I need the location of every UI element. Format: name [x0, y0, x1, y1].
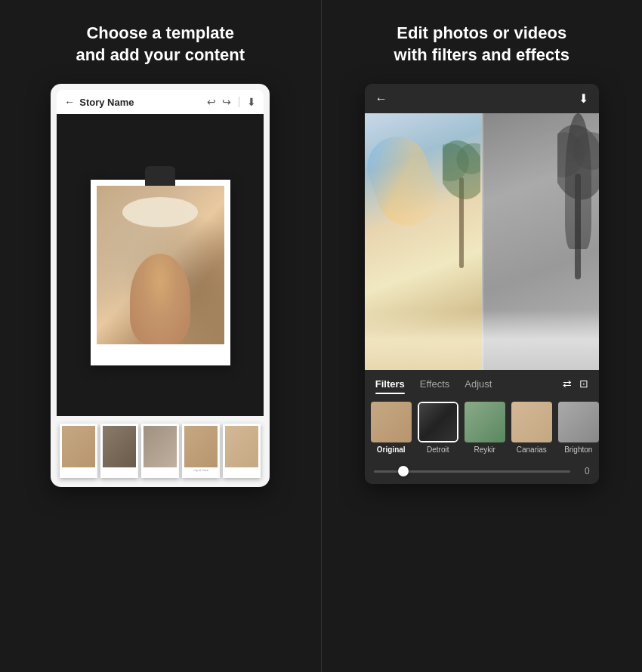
palm-tree-right-icon — [557, 113, 599, 279]
thumbnail-row: my st. fave — [57, 421, 264, 481]
tab-effects[interactable]: Effects — [420, 378, 450, 394]
filter-item-original[interactable]: Original — [371, 402, 412, 454]
header-divider — [239, 97, 239, 107]
left-panel: Choose a template and add your content ←… — [0, 0, 321, 672]
filter-reykir-image — [465, 402, 505, 442]
tab-icon-group: ⇄ ⊡ — [563, 378, 588, 394]
editor-download-icon[interactable]: ⬇ — [579, 91, 588, 106]
thumbnail-2[interactable] — [100, 424, 138, 478]
editor-image-left — [365, 113, 482, 370]
filter-thumb-detroit — [418, 402, 458, 442]
filter-row: Original Detroit Reykir Ca — [365, 394, 599, 461]
slider-thumb[interactable] — [398, 466, 409, 476]
phone-canvas — [57, 114, 264, 416]
filter-item-reykir[interactable]: Reykir — [465, 402, 505, 454]
thumbnail-5[interactable] — [223, 424, 261, 478]
filter-thumb-original — [371, 402, 412, 442]
slider-value: 0 — [578, 466, 590, 476]
thumbnail-4[interactable]: my st. fave — [182, 424, 220, 478]
editor-tabs: Filters Effects Adjust ⇄ ⊡ — [365, 370, 599, 394]
filter-item-canarias[interactable]: Canarias — [511, 402, 552, 454]
phone-header: ← Story Name ↩ ↪ ⬇ — [57, 90, 264, 114]
filter-label-detroit: Detroit — [427, 445, 449, 454]
thumb-text-4: my st. fave — [184, 467, 218, 472]
filter-thumb-reykir — [465, 402, 505, 442]
thumb-img-2 — [103, 426, 136, 467]
phone-actions: ↩ ↪ ⬇ — [207, 96, 256, 108]
hat-shape — [122, 197, 198, 227]
filter-original-image — [371, 402, 412, 442]
filter-thumb-brighton — [558, 402, 599, 442]
thumbnail-1[interactable] — [60, 424, 97, 478]
right-panel: Edit photos or videos with filters and e… — [322, 0, 643, 672]
editor-back-icon[interactable]: ← — [375, 92, 387, 106]
swap-icon[interactable]: ⇄ — [563, 378, 572, 390]
palm-tree-left-icon — [443, 117, 480, 268]
slider-track[interactable] — [374, 470, 570, 473]
editor-image-right — [482, 113, 599, 370]
undo-icon[interactable]: ↩ — [207, 96, 216, 108]
polaroid-main — [91, 180, 230, 365]
editor-header: ← ⬇ — [365, 84, 599, 113]
filter-label-reykir: Reykir — [474, 445, 495, 454]
download-icon[interactable]: ⬇ — [247, 96, 256, 108]
filter-label-original: Original — [377, 445, 406, 454]
filter-item-detroit[interactable]: Detroit — [418, 402, 458, 454]
left-panel-title: Choose a template and add your content — [76, 23, 245, 66]
phone-mockup: ← Story Name ↩ ↪ ⬇ — [51, 84, 270, 487]
filter-brighton-image — [558, 402, 599, 442]
thumb-img-1 — [62, 426, 95, 467]
filter-thumb-canarias — [511, 402, 552, 442]
crop-icon[interactable]: ⊡ — [579, 378, 588, 390]
polaroid-main-image — [97, 186, 224, 344]
filter-detroit-image — [419, 403, 457, 441]
filter-label-canarias: Canarias — [517, 445, 547, 454]
filter-item-brighton[interactable]: Brighton — [558, 402, 599, 454]
editor-mockup: ← ⬇ — [365, 84, 599, 484]
tab-filters[interactable]: Filters — [375, 378, 405, 394]
phone-story-name: Story Name — [79, 97, 207, 108]
phone-back-icon[interactable]: ← — [64, 96, 75, 108]
filter-canarias-image — [511, 402, 552, 442]
thumb-img-4 — [184, 426, 218, 467]
thumb-img-3 — [144, 426, 177, 467]
thumb-img-5 — [225, 426, 258, 467]
split-line — [482, 113, 483, 370]
filter-label-brighton: Brighton — [564, 445, 592, 454]
right-panel-title: Edit photos or videos with filters and e… — [394, 23, 569, 66]
thumbnail-3[interactable] — [141, 424, 179, 478]
tab-adjust[interactable]: Adjust — [465, 378, 492, 394]
redo-icon[interactable]: ↪ — [222, 96, 231, 108]
slider-row: 0 — [365, 461, 599, 484]
editor-image-area — [365, 113, 599, 370]
